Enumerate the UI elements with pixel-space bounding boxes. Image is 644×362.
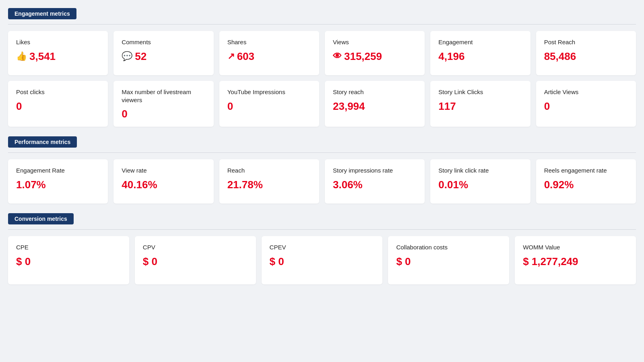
metric-label-shares: Shares xyxy=(227,38,311,46)
metric-label-post-clicks: Post clicks xyxy=(16,88,100,96)
perf-card-story-impressions-rate: Story impressions rate3.06% xyxy=(325,159,425,204)
conv-label-collab-costs: Collaboration costs xyxy=(396,243,501,251)
conversion-header: Conversion metrics xyxy=(8,213,74,224)
engagement-grid: Likes👍3,541Comments💬52Shares↗603Views👁31… xyxy=(8,31,636,127)
conv-value-collab-costs: $ 0 xyxy=(396,255,501,268)
metric-number-post-reach: 85,486 xyxy=(544,50,576,63)
perf-value-story-impressions-rate: 3.06% xyxy=(333,179,417,191)
metric-label-likes: Likes xyxy=(16,38,100,46)
likes-icon: 👍 xyxy=(16,51,27,62)
perf-card-reels-engagement-rate: Reels engagement rate0.92% xyxy=(536,159,636,204)
metric-value-article-views: 0 xyxy=(544,100,628,113)
conv-value-womm-value: $ 1,277,249 xyxy=(523,255,628,268)
metric-number-views: 315,259 xyxy=(344,50,382,63)
performance-grid: Engagement Rate1.07%View rate40.16%Reach… xyxy=(8,159,636,204)
metric-card-views: Views👁315,259 xyxy=(325,31,425,75)
metric-number-shares: 603 xyxy=(237,50,254,63)
metric-card-post-clicks: Post clicks0 xyxy=(8,81,108,127)
metric-card-article-views: Article Views0 xyxy=(536,81,636,127)
metric-card-story-reach: Story reach23,994 xyxy=(325,81,425,127)
metric-label-youtube-impressions: YouTube Impressions xyxy=(227,88,311,96)
perf-label-reels-engagement-rate: Reels engagement rate xyxy=(544,167,628,175)
perf-card-view-rate: View rate40.16% xyxy=(114,159,213,204)
views-icon: 👁 xyxy=(333,51,342,62)
perf-label-reach: Reach xyxy=(227,167,311,175)
metric-number-article-views: 0 xyxy=(544,100,550,113)
metric-card-post-reach: Post Reach85,486 xyxy=(536,31,636,75)
perf-value-reels-engagement-rate: 0.92% xyxy=(544,179,628,191)
shares-icon: ↗ xyxy=(227,51,235,62)
metric-number-youtube-impressions: 0 xyxy=(227,100,233,113)
conv-label-cpv: CPV xyxy=(143,243,248,251)
conv-label-womm-value: WOMM Value xyxy=(523,243,628,251)
metric-label-engagement: Engagement xyxy=(438,38,522,46)
metric-value-story-link-clicks: 117 xyxy=(438,100,522,113)
metric-value-shares: ↗603 xyxy=(227,50,311,63)
perf-value-reach: 21.78% xyxy=(227,179,311,191)
metric-number-engagement: 4,196 xyxy=(438,50,464,63)
metric-value-views: 👁315,259 xyxy=(333,50,417,63)
perf-card-story-link-click-rate: Story link click rate0.01% xyxy=(430,159,530,204)
metric-number-story-reach: 23,994 xyxy=(333,100,365,113)
conv-label-cpev: CPEV xyxy=(270,243,375,251)
metric-label-comments: Comments xyxy=(122,38,205,46)
conv-value-cpe: $ 0 xyxy=(16,255,121,268)
engagement-section: Engagement metrics Likes👍3,541Comments💬5… xyxy=(8,8,636,127)
metric-card-story-link-clicks: Story Link Clicks117 xyxy=(430,81,530,127)
metric-label-post-reach: Post Reach xyxy=(544,38,628,46)
conv-card-womm-value: WOMM Value$ 1,277,249 xyxy=(515,236,636,284)
conversion-section: Conversion metrics CPE$ 0CPV$ 0CPEV$ 0Co… xyxy=(8,213,636,284)
perf-label-story-link-click-rate: Story link click rate xyxy=(438,167,522,175)
metric-number-story-link-clicks: 117 xyxy=(438,100,456,113)
metric-value-post-clicks: 0 xyxy=(16,100,100,113)
metric-label-max-livestream: Max number of livestream viewers xyxy=(122,88,205,104)
conv-value-cpv: $ 0 xyxy=(143,255,248,268)
metric-value-likes: 👍3,541 xyxy=(16,50,100,63)
conv-label-cpe: CPE xyxy=(16,243,121,251)
metric-value-story-reach: 23,994 xyxy=(333,100,417,113)
perf-card-reach: Reach21.78% xyxy=(219,159,319,204)
perf-label-story-impressions-rate: Story impressions rate xyxy=(333,167,417,175)
perf-value-engagement-rate: 1.07% xyxy=(16,179,100,191)
conv-card-cpev: CPEV$ 0 xyxy=(262,236,383,284)
conv-card-cpv: CPV$ 0 xyxy=(135,236,256,284)
metric-label-story-link-clicks: Story Link Clicks xyxy=(438,88,522,96)
engagement-header: Engagement metrics xyxy=(8,8,76,19)
metric-card-max-livestream: Max number of livestream viewers0 xyxy=(114,81,213,127)
metric-label-story-reach: Story reach xyxy=(333,88,417,96)
metric-number-post-clicks: 0 xyxy=(16,100,22,113)
metric-label-views: Views xyxy=(333,38,417,46)
performance-header: Performance metrics xyxy=(8,136,77,148)
perf-label-engagement-rate: Engagement Rate xyxy=(16,167,100,175)
metric-card-youtube-impressions: YouTube Impressions0 xyxy=(219,81,319,127)
perf-label-view-rate: View rate xyxy=(122,167,205,175)
metric-card-engagement: Engagement4,196 xyxy=(430,31,530,75)
metric-number-likes: 3,541 xyxy=(29,50,56,63)
metric-value-post-reach: 85,486 xyxy=(544,50,628,63)
metric-card-likes: Likes👍3,541 xyxy=(8,31,108,75)
metric-value-max-livestream: 0 xyxy=(122,108,205,120)
perf-value-story-link-click-rate: 0.01% xyxy=(438,179,522,191)
perf-value-view-rate: 40.16% xyxy=(122,179,205,191)
performance-section: Performance metrics Engagement Rate1.07%… xyxy=(8,136,636,204)
metric-card-comments: Comments💬52 xyxy=(114,31,213,75)
conv-value-cpev: $ 0 xyxy=(270,255,375,268)
metric-label-article-views: Article Views xyxy=(544,88,628,96)
perf-card-engagement-rate: Engagement Rate1.07% xyxy=(8,159,108,204)
metric-value-youtube-impressions: 0 xyxy=(227,100,311,113)
metric-value-comments: 💬52 xyxy=(122,50,205,63)
conv-card-collab-costs: Collaboration costs$ 0 xyxy=(388,236,509,284)
metric-number-max-livestream: 0 xyxy=(122,108,127,120)
conv-card-cpe: CPE$ 0 xyxy=(8,236,129,284)
conversion-grid: CPE$ 0CPV$ 0CPEV$ 0Collaboration costs$ … xyxy=(8,236,636,284)
metric-card-shares: Shares↗603 xyxy=(219,31,319,75)
comments-icon: 💬 xyxy=(122,51,132,62)
metric-number-comments: 52 xyxy=(135,50,147,63)
metric-value-engagement: 4,196 xyxy=(438,50,522,63)
